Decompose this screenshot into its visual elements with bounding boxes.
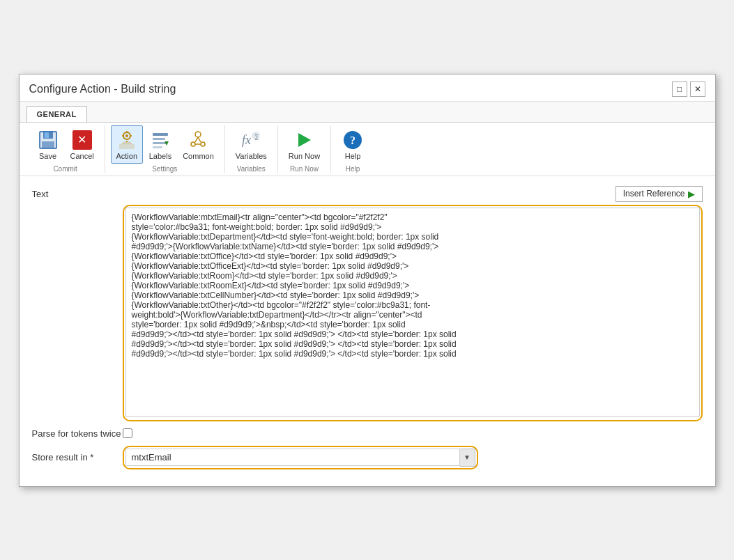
title-bar: Configure Action - Build string □ ✕ (20, 75, 715, 102)
minimize-button[interactable]: □ (672, 81, 687, 97)
store-result-container: ▼ (123, 446, 478, 469)
text-area-input[interactable]: {WorkflowVariable:mtxtEmail}<tr align="c… (125, 208, 700, 417)
runnow-group-label: Run Now (290, 165, 319, 173)
run-now-icon (293, 129, 315, 151)
ribbon-group-commit: Save ✕ Cancel Commit (26, 125, 105, 173)
variables-button[interactable]: fx ∑ Variables (231, 125, 272, 164)
svg-line-19 (195, 137, 198, 142)
svg-rect-14 (153, 142, 167, 144)
help-icon: ? (342, 129, 364, 151)
text-field-row: Text Insert Reference ▶ {WorkflowVariabl… (32, 186, 703, 421)
insert-ref-label: Insert Reference (623, 189, 685, 199)
variables-buttons: fx ∑ Variables (231, 125, 272, 164)
svg-point-17 (191, 142, 195, 146)
save-button[interactable]: Save (32, 125, 64, 164)
labels-icon (149, 129, 171, 151)
configure-action-dialog: Configure Action - Build string □ ✕ GENE… (19, 74, 716, 487)
run-now-button[interactable]: Run Now (284, 125, 325, 164)
svg-rect-12 (153, 133, 168, 136)
parse-tokens-label: Parse for tokens twice (32, 428, 123, 439)
help-button[interactable]: ? Help (337, 125, 369, 164)
action-icon (116, 129, 138, 151)
ribbon-group-settings: Action Labels (105, 125, 225, 173)
svg-rect-13 (153, 138, 165, 140)
svg-rect-15 (153, 146, 162, 148)
commit-group-label: Commit (53, 165, 77, 173)
tabs-bar: GENERAL (20, 102, 715, 123)
svg-point-6 (125, 134, 128, 137)
text-field-label: Text (32, 186, 123, 199)
parse-tokens-checkbox[interactable] (123, 428, 132, 438)
run-now-label: Run Now (289, 152, 320, 160)
action-button[interactable]: Action (111, 125, 143, 164)
window-controls: □ ✕ (672, 81, 705, 97)
save-label: Save (39, 152, 56, 160)
labels-button[interactable]: Labels (144, 125, 176, 164)
store-result-row: Store result in * ▼ (32, 446, 703, 469)
ribbon-group-variables: fx ∑ Variables Variables (225, 125, 278, 173)
ribbon-group-runnow: Run Now Run Now (278, 125, 331, 173)
svg-text:∑: ∑ (254, 133, 259, 140)
settings-group-label: Settings (152, 165, 177, 173)
svg-marker-25 (298, 133, 311, 147)
store-result-dropdown[interactable]: ▼ (460, 449, 475, 467)
common-icon (187, 129, 209, 151)
ribbon-group-help: ? Help Help (331, 125, 374, 173)
dialog-title: Configure Action - Build string (29, 83, 176, 95)
svg-text:fx: fx (242, 133, 251, 147)
common-label: Common (183, 152, 214, 160)
svg-line-20 (198, 137, 201, 142)
variables-group-label: Variables (237, 165, 266, 173)
main-content: Text Insert Reference ▶ {WorkflowVariabl… (20, 176, 715, 486)
cancel-label: Cancel (70, 152, 94, 160)
help-buttons: ? Help (337, 125, 369, 164)
variables-label: Variables (236, 152, 267, 160)
text-field-right: Insert Reference ▶ {WorkflowVariable:mtx… (123, 186, 703, 421)
store-result-input[interactable] (125, 449, 460, 466)
svg-rect-11 (119, 144, 135, 149)
insert-reference-button[interactable]: Insert Reference ▶ (616, 186, 703, 202)
labels-label: Labels (149, 152, 171, 160)
text-area-container: {WorkflowVariable:mtxtEmail}<tr align="c… (123, 205, 703, 421)
cancel-button[interactable]: ✕ Cancel (66, 125, 99, 164)
insert-ref-icon: ▶ (688, 189, 695, 199)
settings-buttons: Action Labels (111, 125, 219, 164)
commit-buttons: Save ✕ Cancel (32, 125, 99, 164)
store-result-label: Store result in * (32, 452, 123, 462)
variables-icon: fx ∑ (240, 129, 262, 151)
close-button[interactable]: ✕ (690, 81, 705, 97)
help-group-label: Help (346, 165, 360, 173)
svg-rect-4 (42, 141, 54, 148)
common-button[interactable]: Common (178, 125, 219, 164)
svg-rect-3 (45, 132, 49, 138)
tab-general[interactable]: GENERAL (26, 106, 87, 122)
action-label: Action (116, 152, 137, 160)
cancel-icon: ✕ (71, 129, 93, 151)
parse-tokens-row: Parse for tokens twice (32, 428, 703, 439)
svg-point-18 (201, 142, 205, 146)
svg-point-16 (195, 132, 201, 137)
ribbon: Save ✕ Cancel Commit (20, 123, 715, 176)
help-label: Help (345, 152, 361, 160)
svg-text:?: ? (350, 134, 355, 146)
runnow-buttons: Run Now (284, 125, 325, 164)
save-icon (37, 129, 59, 151)
